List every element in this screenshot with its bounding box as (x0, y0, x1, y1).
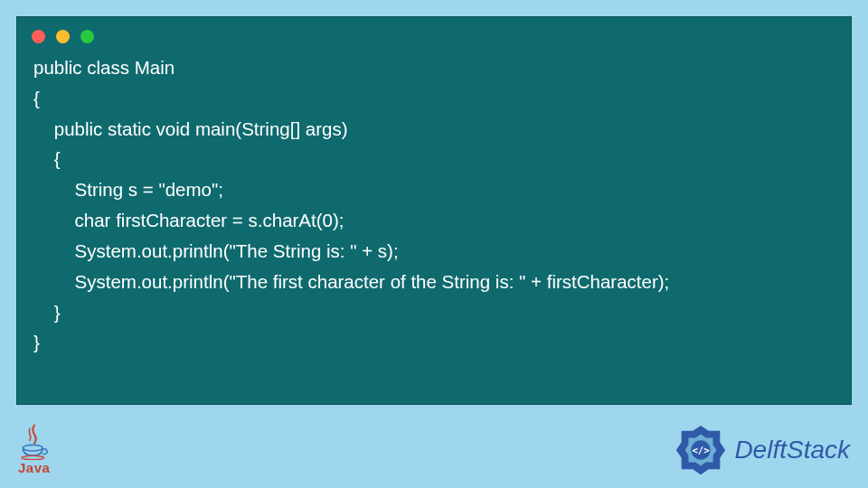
delftstack-label: DelftStack (734, 436, 850, 465)
minimize-icon (56, 30, 70, 43)
maximize-icon (80, 30, 94, 43)
java-label: Java (18, 460, 50, 475)
delftstack-badge-icon: </> (673, 422, 729, 478)
code-block: public class Main { public static void m… (17, 49, 851, 374)
svg-text:</>: </> (693, 444, 710, 455)
svg-point-0 (23, 445, 42, 451)
close-icon (32, 30, 45, 43)
java-logo: Java (18, 424, 50, 475)
delftstack-logo: </> DelftStack (673, 422, 850, 478)
code-window: public class Main { public static void m… (16, 16, 852, 405)
footer: Java </> DelftStack (0, 411, 868, 488)
svg-point-1 (22, 455, 44, 459)
java-cup-icon (19, 424, 50, 460)
window-controls (17, 17, 851, 49)
